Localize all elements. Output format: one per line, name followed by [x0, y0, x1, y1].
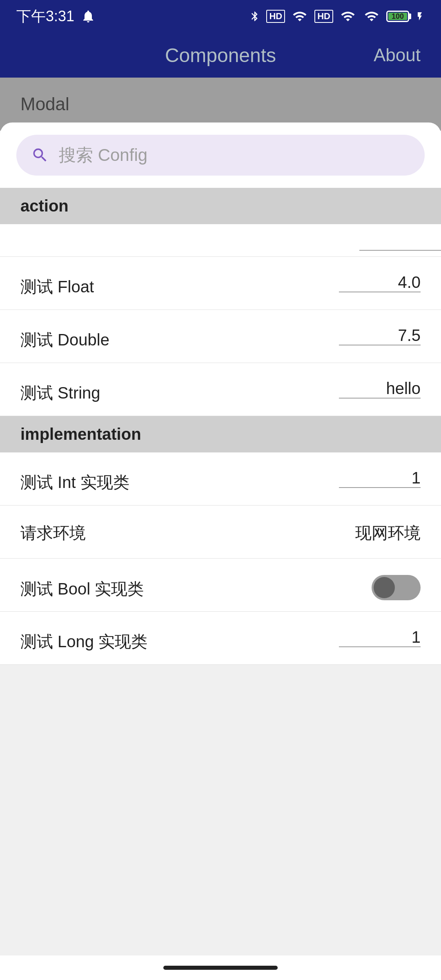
test-string-label: 测试 String: [20, 382, 100, 404]
test-double-label: 测试 Double: [20, 329, 109, 351]
section-implementation: implementation 测试 Int 实现类 1 请求环境 现网环境 测: [0, 416, 441, 665]
status-time: 下午3:31: [16, 7, 74, 27]
request-env-value: 现网环境: [355, 522, 421, 544]
battery-indicator: 100: [386, 11, 409, 22]
test-int-impl-label: 测试 Int 实现类: [20, 471, 129, 494]
test-bool-impl-label: 测试 Bool 实现类: [20, 578, 144, 600]
hd-badge: HD: [266, 10, 285, 23]
partial-top-item: [0, 224, 441, 257]
toggle-knob: [374, 577, 395, 598]
bluetooth-icon: [249, 9, 261, 24]
signal-icon-2: [339, 9, 357, 24]
section-header-implementation: implementation: [0, 416, 441, 452]
about-button[interactable]: About: [374, 45, 421, 65]
partial-underline: [359, 250, 441, 251]
search-input[interactable]: 搜索 Config: [59, 144, 147, 167]
test-string-value: hello: [386, 379, 421, 398]
search-bar[interactable]: 搜索 Config: [16, 135, 425, 176]
list-item-test-bool-impl[interactable]: 测试 Bool 实现类: [0, 559, 441, 612]
alarm-icon: [81, 9, 96, 24]
test-double-underline: [339, 345, 421, 345]
list-item-test-string[interactable]: 测试 String hello: [0, 363, 441, 416]
status-bar: 下午3:31 HD HD 100: [0, 0, 441, 33]
test-long-impl-underline: [339, 646, 421, 647]
test-float-label: 测试 Float: [20, 276, 94, 298]
test-float-underline: [339, 292, 421, 292]
section-action: action 测试 Float 4.0 测试 Double 7.5: [0, 188, 441, 416]
test-float-value: 4.0: [398, 273, 421, 292]
section-header-implementation-label: implementation: [20, 425, 141, 443]
list-item-test-double[interactable]: 测试 Double 7.5: [0, 310, 441, 363]
status-icons: HD HD 100: [249, 9, 425, 24]
request-env-label: 请求环境: [20, 522, 86, 544]
nav-bar: Components About: [0, 33, 441, 78]
modal-label: Modal: [20, 94, 69, 114]
section-header-action-label: action: [20, 197, 69, 215]
test-string-underline: [339, 398, 421, 399]
test-long-impl-value: 1: [412, 628, 421, 646]
search-container: 搜索 Config: [0, 122, 441, 188]
wifi-icon: [363, 9, 381, 24]
nav-title: Components: [165, 44, 276, 67]
hd-badge-2: HD: [314, 10, 333, 23]
list-item-test-int-impl[interactable]: 测试 Int 实现类 1: [0, 452, 441, 506]
test-double-value: 7.5: [398, 326, 421, 345]
search-icon: [31, 146, 49, 164]
charging-icon: [415, 9, 425, 24]
section-header-action: action: [0, 188, 441, 224]
signal-icon-1: [291, 9, 309, 24]
status-time-group: 下午3:31: [16, 7, 96, 27]
test-long-impl-label: 测试 Long 实现类: [20, 630, 147, 653]
home-indicator: [0, 956, 441, 980]
list-item-request-env[interactable]: 请求环境 现网环境: [0, 506, 441, 559]
home-bar: [163, 966, 278, 970]
list-item-test-float[interactable]: 测试 Float 4.0: [0, 257, 441, 310]
list-item-test-long-impl[interactable]: 测试 Long 实现类 1: [0, 612, 441, 665]
test-int-impl-value: 1: [412, 469, 421, 487]
test-bool-toggle[interactable]: [372, 575, 421, 600]
test-int-impl-underline: [339, 487, 421, 488]
